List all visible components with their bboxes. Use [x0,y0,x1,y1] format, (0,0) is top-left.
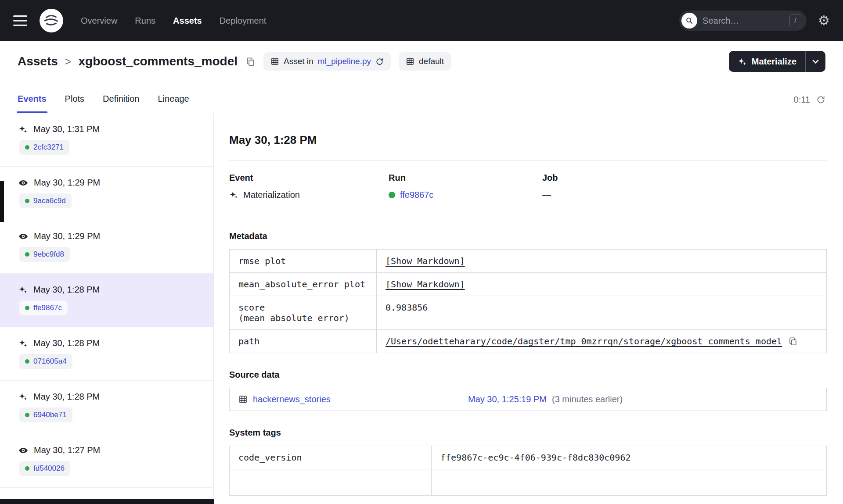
content: May 30, 1:31 PM 2cfc3271 May 30, 1:29 PM… [0,113,843,504]
run-badge[interactable]: 071605a4 [19,354,72,369]
nav-overview[interactable]: Overview [81,16,117,26]
source-data-heading: Source data [229,370,827,380]
nav-runs[interactable]: Runs [135,16,155,26]
run-badge[interactable]: 2cfc3271 [19,140,69,155]
chevron-down-icon [812,59,819,64]
materialization-icon [229,190,238,200]
observation-icon [18,232,28,241]
run-badge[interactable]: 9aca6c9d [19,193,72,208]
tag-key: code_version [230,446,432,469]
source-asset-link[interactable]: hackernews_stories [253,394,331,404]
metadata-value: 0.983856 [385,302,428,313]
tabs: Events Plots Definition Lineage [18,94,189,113]
divider [229,160,827,161]
run-status-dot [25,306,29,310]
event-time: May 30, 1:28 PM [33,285,100,295]
list-item[interactable]: May 30, 1:29 PM 9ebc9fd8 [0,220,213,274]
source-timestamp-link[interactable]: May 30, 1:25:19 PM [468,394,547,404]
table-row [230,469,827,496]
metadata-table: rmse plot [Show Markdown] mean_absolute_… [229,249,827,353]
search-shortcut-hint: / [789,14,801,27]
system-tags-table: code_version ffe9867c-ec9c-4f06-939c-f8d… [229,446,827,496]
run-badge[interactable]: ffe9867c [19,300,68,315]
tag-value: ffe9867c-ec9c-4f06-939c-f8dc830c0962 [432,446,827,469]
group-grid-icon [406,57,414,66]
observation-icon [18,446,28,455]
breadcrumb: Assets > xgboost_comments_model [18,54,238,68]
list-item-selected[interactable]: May 30, 1:28 PM ffe9867c [0,274,213,327]
list-item[interactable]: May 30, 1:31 PM 2cfc3271 [0,113,213,167]
table-row: code_version ffe9867c-ec9c-4f06-939c-f8d… [230,446,827,469]
row-action-cell [809,330,827,353]
row-action-cell [809,296,827,330]
table-row: score (mean_absolute_error) 0.983856 [230,296,827,330]
materialize-split-button: Materialize [729,51,825,72]
run-badge[interactable]: fd540026 [19,461,70,476]
hamburger-menu-icon[interactable] [13,15,27,26]
metadata-key: rmse plot [230,250,377,273]
show-markdown-link[interactable]: [Show Markdown] [385,279,465,290]
table-row: mean_absolute_error plot [Show Markdown] [230,273,827,296]
run-status-dot [25,252,29,257]
primary-nav: Overview Runs Assets Deployment [81,16,266,26]
horizontal-scrollbar[interactable] [0,499,214,504]
list-item[interactable]: May 30, 1:27 PM fd540026 [0,434,213,488]
list-item[interactable]: May 30, 1:29 PM 9aca6c9d [0,167,213,220]
event-label: Event [229,173,389,183]
tabs-row: Events Plots Definition Lineage 0:11 [0,82,843,113]
copy-path-icon[interactable] [788,336,798,346]
list-item[interactable]: May 30, 1:28 PM 071605a4 [0,327,213,381]
asset-group-badge[interactable]: default [399,52,451,71]
run-id: fd540026 [33,464,65,473]
list-item[interactable]: May 30, 1:28 PM 6940be71 [0,381,213,434]
gear-icon[interactable]: ⚙ [818,14,830,27]
tab-definition[interactable]: Definition [103,94,139,113]
event-detail-panel: May 30, 1:28 PM Event Materialization Ru… [214,113,843,504]
materialize-dropdown-button[interactable] [805,51,825,72]
materialize-label: Materialize [752,57,796,67]
show-markdown-link[interactable]: [Show Markdown] [385,256,465,266]
run-badge[interactable]: 9ebc9fd8 [19,247,70,262]
search-icon[interactable] [681,13,697,29]
observation-icon [18,178,28,188]
page-title: xgboost_comments_model [78,54,238,68]
asset-in-label: Asset in [284,57,313,66]
run-id: 6940be71 [33,411,67,419]
event-title: May 30, 1:28 PM [229,133,827,147]
tab-lineage[interactable]: Lineage [158,94,189,113]
source-relative-time: (3 minutes earlier) [552,394,623,404]
materialization-icon [18,285,28,294]
copy-asset-name-icon[interactable] [245,57,256,67]
search-box[interactable]: / [679,11,807,31]
row-action-cell [809,273,827,296]
vertical-scrollbar-thumb[interactable] [0,181,4,222]
path-link[interactable]: /Users/odetteharary/code/dagster/tmp_0mz… [385,336,782,347]
nav-assets[interactable]: Assets [173,16,202,26]
run-badge[interactable]: 6940be71 [19,407,72,422]
group-name-label: default [419,57,444,66]
job-value: — [542,190,551,200]
reload-definitions-icon[interactable] [375,57,384,66]
job-label: Job [542,173,558,183]
metadata-key: path [230,330,377,353]
asset-definition-badge[interactable]: Asset in ml_pipeline.py [263,52,391,71]
refresh-timer: 0:11 [794,95,825,113]
refresh-icon[interactable] [816,95,825,104]
run-id-link[interactable]: ffe9867c [400,190,433,200]
source-data-table: hackernews_stories May 30, 1:25:19 PM (3… [229,388,827,411]
row-action-cell [809,250,827,273]
breadcrumb-assets-link[interactable]: Assets [18,54,58,68]
sparkle-icon [738,57,747,66]
breadcrumb-separator: > [65,55,72,68]
dagster-logo-icon[interactable] [39,8,64,33]
nav-deployment[interactable]: Deployment [220,16,267,26]
run-id: ffe9867c [33,304,62,312]
event-time: May 30, 1:28 PM [33,338,100,348]
tab-plots[interactable]: Plots [65,94,84,113]
materialize-button[interactable]: Materialize [729,51,805,72]
tab-events[interactable]: Events [18,94,47,113]
metadata-key: mean_absolute_error plot [230,273,377,296]
pipeline-file-link[interactable]: ml_pipeline.py [318,57,371,66]
search-input[interactable] [702,16,784,26]
run-id: 9ebc9fd8 [33,250,64,259]
